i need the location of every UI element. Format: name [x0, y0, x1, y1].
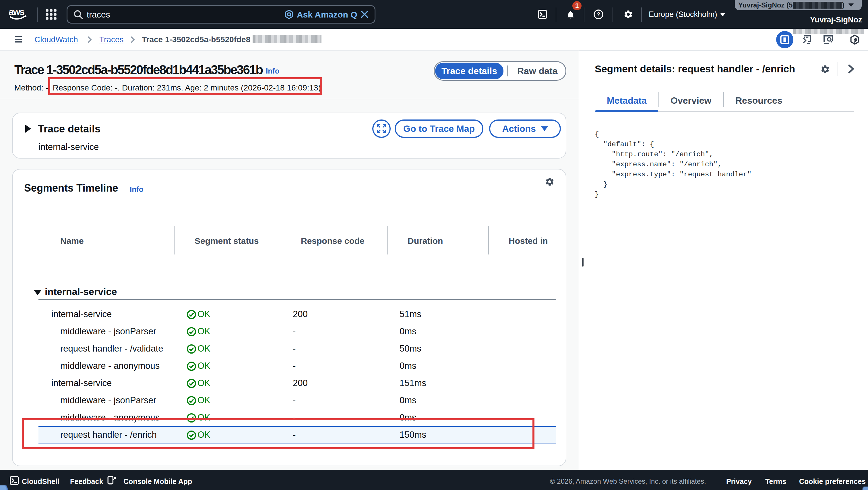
svg-text:?: ?: [597, 11, 600, 18]
svg-text:aws: aws: [9, 7, 24, 17]
